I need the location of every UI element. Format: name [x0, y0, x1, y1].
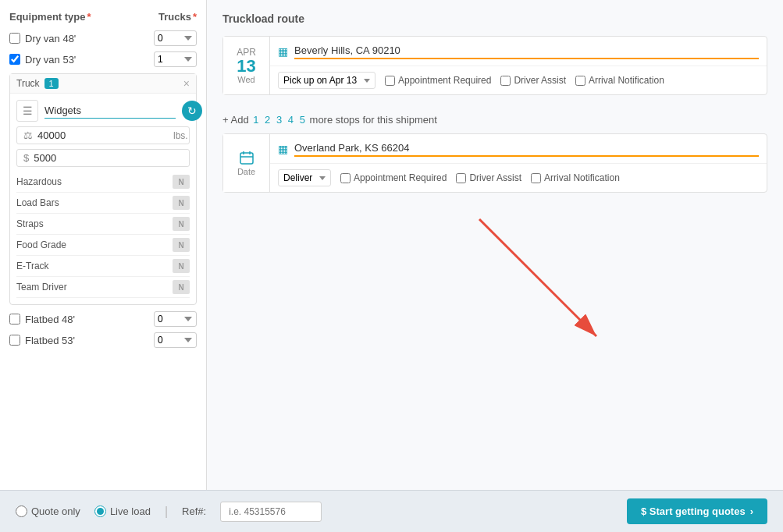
stop-1-driver-assist-label: Driver Assist [514, 75, 566, 86]
flatbed-53-checkbox[interactable] [9, 335, 20, 346]
stop-1-action-select[interactable]: Pick up on Apr 13 [278, 72, 375, 89]
truck-box-label: Truck [16, 78, 40, 89]
toggle-n-button[interactable]: N [173, 217, 190, 231]
truck-close-button[interactable]: × [183, 77, 190, 90]
add-stops-row: + Add 1 2 3 4 5 more stops for this ship… [222, 106, 767, 133]
stop-1-dow: Wed [237, 75, 254, 84]
add-stop-2-link[interactable]: 2 [265, 114, 270, 126]
dry-van-53-row: Dry van 53' 0123 [9, 51, 197, 67]
stop-2-appointment-label: Appointment Required [354, 172, 447, 183]
dry-van-53-qty[interactable]: 0123 [154, 51, 197, 67]
stop-1-arrival-notification-option[interactable]: Arrival Notification [575, 75, 664, 86]
add-stop-4-link[interactable]: 4 [288, 114, 294, 126]
arrow-svg [222, 204, 767, 360]
toggle-n-button[interactable]: N [173, 196, 190, 210]
dry-van-48-row: Dry van 48' 0123 [9, 30, 197, 46]
stop-1-driver-assist-checkbox[interactable] [500, 76, 511, 86]
flatbed-48-label: Flatbed 48' [25, 314, 154, 325]
truck-number-badge: 1 [44, 78, 59, 89]
flatbed-53-qty[interactable]: 012 [154, 332, 197, 348]
toggle-label: E-Track [16, 261, 173, 271]
weight-row: ⚖ lbs. [16, 126, 190, 144]
calendar-icon [239, 150, 254, 165]
stop-1-appointment-checkbox[interactable] [385, 76, 395, 86]
flatbed-48-qty[interactable]: 012 [154, 311, 197, 327]
arrow-right-icon: › [750, 505, 753, 517]
stop-2-options-row: Deliver Appointment Required Driver Assi… [270, 164, 767, 192]
stop-2-driver-assist-checkbox[interactable] [456, 173, 466, 183]
stop-2-arrival-notification-checkbox[interactable] [531, 173, 541, 183]
toggle-n-button[interactable]: N [173, 280, 190, 294]
stop-2-details: ▦ Deliver Appointment Required [270, 134, 767, 192]
stop-2-address-input[interactable] [294, 140, 759, 157]
dry-van-48-qty[interactable]: 0123 [154, 30, 197, 46]
toggle-row-e-track: E-TrackN [16, 256, 190, 277]
toggles-container: HazardousNLoad BarsNStrapsNFood GradeNE-… [16, 172, 190, 298]
flatbed-53-label: Flatbed 53' [25, 335, 154, 346]
stop-2-top: Date ▦ Deliver Appointment Requ [223, 134, 767, 192]
live-load-radio[interactable] [94, 505, 106, 517]
toggle-n-button[interactable]: N [173, 259, 190, 273]
stop-2-appointment-checkbox[interactable] [340, 173, 351, 183]
flatbed-48-checkbox[interactable] [9, 314, 20, 325]
stop-1-appointment-option[interactable]: Appointment Required [385, 75, 491, 86]
stop-1-arrival-notification-checkbox[interactable] [575, 76, 585, 86]
toggle-label: Load Bars [16, 197, 173, 208]
add-stop-5-link[interactable]: 5 [300, 114, 305, 126]
dry-van-48-checkbox[interactable] [9, 33, 20, 44]
ref-input[interactable] [220, 502, 322, 522]
stop-2-date-block: Date [223, 134, 270, 192]
quote-only-option[interactable]: Quote only [16, 505, 80, 517]
flatbed-53-row: Flatbed 53' 012 [9, 332, 197, 348]
stop-1-location-icon: ▦ [278, 45, 288, 58]
commodity-icon: ☰ [16, 100, 38, 122]
dry-van-48-label: Dry van 48' [25, 33, 154, 44]
arrow-annotation [222, 204, 767, 360]
commodity-name-input[interactable] [44, 103, 176, 119]
stop-2-date-text: Date [237, 167, 255, 176]
toggle-label: Hazardous [16, 176, 173, 187]
stop-2-arrival-notification-option[interactable]: Arrival Notification [531, 172, 620, 183]
equipment-type-label: Equipment type [9, 11, 86, 23]
add-stop-3-link[interactable]: 3 [276, 114, 282, 126]
stop-2-appointment-option[interactable]: Appointment Required [340, 172, 447, 183]
toggle-row-straps: StrapsN [16, 214, 190, 235]
refresh-button[interactable]: ↻ [182, 101, 202, 121]
toggle-n-button[interactable]: N [173, 238, 190, 252]
toggle-label: Team Driver [16, 282, 173, 293]
stop-2-action-select[interactable]: Deliver [278, 169, 331, 186]
truck-box-header: Truck 1 × [10, 74, 196, 94]
quote-only-radio[interactable] [16, 505, 27, 517]
left-panel: Equipment type * Trucks * Dry van 48' 01… [0, 0, 207, 490]
stop-1-day: 13 [237, 58, 255, 75]
stop-1-driver-assist-option[interactable]: Driver Assist [500, 75, 566, 86]
toggle-n-button[interactable]: N [173, 175, 190, 189]
value-input[interactable] [34, 152, 183, 164]
add-stops-suffix: more stops for this shipment [310, 114, 437, 126]
quote-only-label: Quote only [31, 505, 80, 517]
stop-1-address-input[interactable] [294, 43, 759, 59]
stop-2-card: Date ▦ Deliver Appointment Requ [222, 133, 767, 193]
route-title: Truckload route [222, 12, 767, 25]
weight-icon: ⚖ [23, 129, 33, 141]
add-stops-prefix: + Add [222, 114, 249, 126]
commodity-row: ☰ ↻ [16, 100, 190, 122]
live-load-option[interactable]: Live load [94, 505, 151, 517]
svg-line-5 [479, 219, 596, 336]
trucks-label: Trucks [158, 11, 191, 23]
toggle-row-load-bars: Load BarsN [16, 193, 190, 214]
start-getting-quotes-button[interactable]: $ Start getting quotes › [627, 498, 767, 524]
stop-1-date-block: Apr 13 Wed [223, 37, 270, 94]
stop-2-driver-assist-option[interactable]: Driver Assist [456, 172, 521, 183]
equipment-required-star: * [87, 11, 91, 23]
add-stop-1-link[interactable]: 1 [253, 114, 258, 126]
live-load-label: Live load [110, 505, 151, 517]
dry-van-53-checkbox[interactable] [9, 54, 20, 65]
truck-box: Truck 1 × ☰ ↻ ⚖ lbs. $ Ha [9, 73, 197, 305]
bottom-bar: Quote only Live load | Ref#: $ Start get… [0, 490, 783, 532]
svg-rect-0 [240, 153, 253, 164]
stop-2-driver-assist-label: Driver Assist [469, 172, 521, 183]
weight-input[interactable] [37, 129, 169, 141]
toggle-label: Food Grade [16, 239, 173, 250]
right-panel: Truckload route Apr 13 Wed ▦ Pick up on [207, 0, 783, 490]
